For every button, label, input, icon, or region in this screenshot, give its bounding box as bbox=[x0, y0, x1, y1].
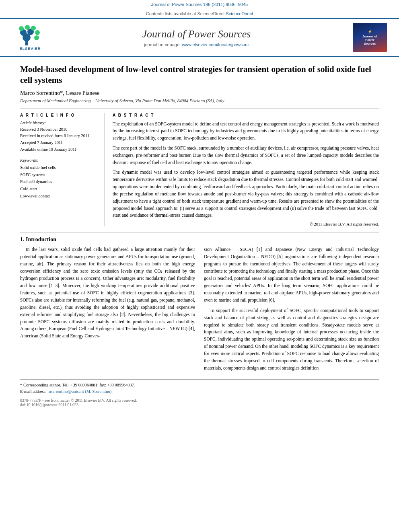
email-text: msarrentino@unisa.it (M. Sorrentino). bbox=[47, 389, 113, 394]
intro-para1: In the last years, solid oxide fuel cell… bbox=[20, 246, 195, 340]
received-text: Received 3 November 2010 bbox=[20, 126, 99, 133]
abstract-col: A B S T R A C T The exploitation of an S… bbox=[113, 113, 379, 227]
abstract-para3: The dynamic model was used to develop lo… bbox=[113, 169, 379, 219]
doi-text: doi:10.1016/j.jpowsour.2011.01.023 bbox=[20, 403, 379, 407]
svg-point-6 bbox=[31, 26, 36, 31]
intro-heading: 1. Introduction bbox=[20, 236, 379, 243]
body-two-col: In the last years, solid oxide fuel cell… bbox=[20, 246, 379, 372]
email-link[interactable]: msarrentino@unisa.it (M. Sorrentino). bbox=[47, 389, 113, 394]
homepage-label: journal homepage: bbox=[144, 42, 181, 47]
svg-point-5 bbox=[25, 25, 30, 30]
elsevier-logo: ELSEVIER bbox=[12, 25, 48, 51]
kw4: Cold-start bbox=[20, 185, 99, 193]
svg-point-8 bbox=[34, 35, 39, 40]
body-left-col: In the last years, solid oxide fuel cell… bbox=[20, 246, 195, 372]
footnote-email-line: E-mail address: msarrentino@unisa.it (M.… bbox=[20, 388, 379, 395]
abstract-para2: The core part of the model is the SOFC s… bbox=[113, 145, 379, 166]
history-subhead: Article history: bbox=[20, 121, 99, 125]
kw5: Low-level control bbox=[20, 193, 99, 200]
body-right-col: sion Alliance – SECA) [1] and Japanese (… bbox=[204, 246, 379, 372]
copyright-line: © 2011 Elsevier B.V. All rights reserved… bbox=[113, 222, 379, 226]
kw2: SOFC systems bbox=[20, 171, 99, 179]
article-history-block: Article history: Received 3 November 201… bbox=[20, 121, 99, 153]
keywords-subhead: Keywords: bbox=[20, 158, 99, 162]
abstract-label: A B S T R A C T bbox=[113, 113, 379, 117]
article-title: Model-based development of low-level con… bbox=[20, 64, 379, 86]
contents-label: Contents lists available at ScienceDirec… bbox=[146, 11, 225, 16]
article-meta-section: A R T I C L E I N F O Article history: R… bbox=[20, 113, 379, 227]
divider-body bbox=[20, 232, 379, 232]
issn-text: 0378-7753/$ – see front matter © 2011 El… bbox=[20, 398, 379, 403]
intro-para2: sion Alliance – SECA) [1] and Japanese (… bbox=[204, 246, 379, 304]
email-label: E-mail address: bbox=[20, 389, 47, 394]
journal-logo-right: ⚡ Journal of Power Sources bbox=[353, 23, 387, 52]
elsevier-tree-icon bbox=[17, 25, 43, 47]
abstract-para1: The exploitation of an SOFC-system model… bbox=[113, 121, 379, 142]
available-text: Available online 19 January 2011 bbox=[20, 146, 99, 153]
kw1: Solid oxide fuel cells bbox=[20, 164, 99, 171]
body-section: 1. Introduction In the last years, solid… bbox=[20, 236, 379, 372]
journal-name: Journal of Power Sources bbox=[48, 28, 345, 40]
footnote-corresponding: * Corresponding author. Tel.: +39 089964… bbox=[20, 382, 379, 388]
svg-point-4 bbox=[19, 26, 24, 31]
article-info-col: A R T I C L E I N F O Article history: R… bbox=[20, 113, 105, 227]
accepted-text: Accepted 7 January 2011 bbox=[20, 140, 99, 146]
sciencedirect-link[interactable]: ScienceDirect bbox=[226, 11, 253, 16]
journal-title-center: Journal of Power Sources journal homepag… bbox=[48, 28, 345, 47]
svg-point-7 bbox=[35, 30, 40, 35]
issn-section: 0378-7753/$ – see front matter © 2011 El… bbox=[20, 398, 379, 407]
footnote-section: * Corresponding author. Tel.: +39 089964… bbox=[20, 379, 379, 395]
keywords-block: Keywords: Solid oxide fuel cells SOFC sy… bbox=[20, 158, 99, 200]
journal-header: ELSEVIER Journal of Power Sources journa… bbox=[0, 18, 399, 57]
revised-text: Received in revised form 6 January 2011 bbox=[20, 133, 99, 140]
article-info-label: A R T I C L E I N F O bbox=[20, 113, 99, 117]
article-container: Model-based development of low-level con… bbox=[0, 57, 399, 411]
journal-ref-bar: Journal of Power Sources 196 (2011) 9036… bbox=[0, 0, 399, 9]
journal-ref-text: Journal of Power Sources 196 (2011) 9036… bbox=[151, 2, 248, 7]
journal-homepage-line: journal homepage: www.elsevier.com/locat… bbox=[48, 42, 345, 47]
intro-para3: To support the successful deployment of … bbox=[204, 307, 379, 372]
article-authors: Marco Sorrentino*, Cesare Pianese bbox=[20, 90, 379, 97]
divider-top bbox=[20, 109, 379, 109]
kw3: Fuel cell dynamics bbox=[20, 178, 99, 185]
homepage-url[interactable]: www.elsevier.com/locate/jpowsour bbox=[182, 42, 249, 47]
article-affiliation: Department of Mechanical Engineering – U… bbox=[20, 98, 379, 103]
journal-logo-box: ⚡ Journal of Power Sources bbox=[353, 23, 387, 52]
contents-line: Contents lists available at ScienceDirec… bbox=[0, 9, 399, 18]
elsevier-label: ELSEVIER bbox=[20, 47, 41, 51]
